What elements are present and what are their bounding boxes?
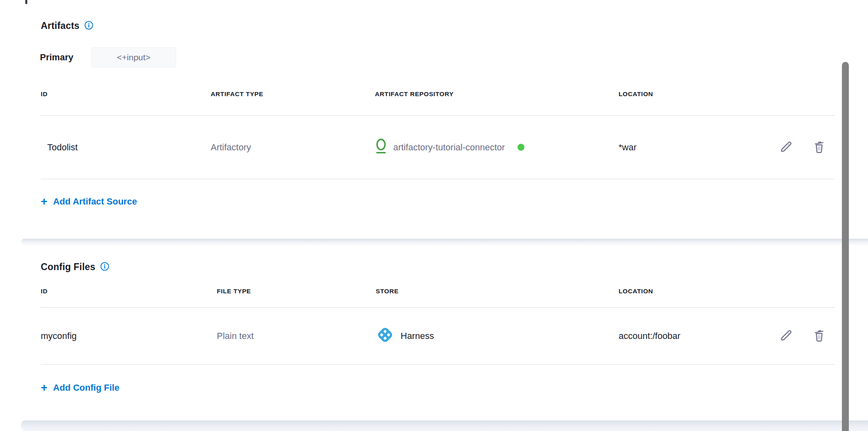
- delete-artifact-button[interactable]: [812, 139, 826, 155]
- artifact-location: *war: [619, 142, 753, 153]
- artifact-id: Todolist: [41, 142, 211, 153]
- column-header-id: ID: [41, 288, 217, 295]
- config-file-store-name: Harness: [401, 331, 434, 341]
- harness-logo-icon: [376, 325, 394, 347]
- add-config-file-button[interactable]: + Add Config File: [41, 383, 119, 393]
- column-header-location: LOCATION: [619, 90, 753, 98]
- column-header-file-type: FILE TYPE: [217, 288, 376, 295]
- info-icon: [84, 21, 93, 31]
- add-config-file-label: Add Config File: [53, 383, 119, 393]
- config-file-id: myconfig: [41, 331, 217, 341]
- artifacts-table: ID ARTIFACT TYPE ARTIFACT REPOSITORY LOC…: [41, 85, 835, 207]
- config-file-store-cell: Harness: [376, 325, 619, 347]
- info-icon: [100, 262, 109, 272]
- pencil-icon: [778, 139, 793, 155]
- trash-icon: [812, 328, 826, 344]
- config-files-info-button[interactable]: [100, 262, 109, 272]
- artifacts-section-title: Artifacts: [41, 20, 79, 31]
- card-bottom-shadow: [21, 420, 868, 431]
- column-header-location: LOCATION: [619, 288, 753, 295]
- artifacts-info-button[interactable]: [84, 21, 93, 31]
- config-file-row: myconfig Plain text Harness account:/foo…: [41, 308, 835, 365]
- edit-config-file-button[interactable]: [778, 328, 793, 344]
- column-header-artifact-type: ARTIFACT TYPE: [211, 90, 375, 98]
- config-file-location: account:/foobar: [619, 331, 753, 341]
- vertical-scrollbar-thumb[interactable]: [842, 62, 849, 431]
- section-divider: [21, 239, 868, 245]
- artifact-repository-name: artifactory-tutorial-connector: [393, 142, 505, 153]
- column-header-store: STORE: [376, 288, 619, 295]
- top-edge-tick: [25, 0, 27, 4]
- config-file-type: Plain text: [217, 331, 376, 341]
- config-table-header: ID FILE TYPE STORE LOCATION: [41, 284, 835, 308]
- trash-icon: [812, 139, 826, 155]
- artifact-row-actions: [753, 139, 835, 155]
- primary-artifact-input-value: <+input>: [117, 53, 150, 62]
- artifact-type: Artifactory: [211, 142, 375, 153]
- primary-artifact-input[interactable]: <+input>: [91, 47, 176, 68]
- column-header-artifact-repository: ARTIFACT REPOSITORY: [375, 90, 619, 98]
- pencil-icon: [778, 328, 793, 344]
- artifacts-section: Artifacts: [41, 20, 93, 31]
- config-files-title-row: Config Files: [41, 262, 109, 273]
- artifact-repository-cell: artifactory-tutorial-connector: [375, 138, 619, 157]
- add-artifact-source-label: Add Artifact Source: [53, 196, 137, 207]
- artifact-source-row: Todolist Artifactory artifactory-tutoria…: [41, 116, 835, 179]
- column-header-id: ID: [41, 90, 211, 98]
- plus-icon: +: [41, 197, 47, 206]
- artifactory-connector-icon: [375, 138, 387, 157]
- config-files-section-title: Config Files: [41, 262, 95, 273]
- primary-artifact-row: Primary <+input>: [40, 47, 176, 68]
- config-files-table: ID FILE TYPE STORE LOCATION myconfig Pla…: [41, 284, 835, 393]
- connector-status-dot: [518, 144, 524, 151]
- artifacts-title-row: Artifacts: [41, 20, 93, 31]
- artifacts-table-header: ID ARTIFACT TYPE ARTIFACT REPOSITORY LOC…: [41, 85, 835, 116]
- plus-icon: +: [41, 383, 47, 392]
- delete-config-file-button[interactable]: [812, 328, 826, 344]
- config-row-actions: [753, 328, 835, 344]
- config-files-section: Config Files: [41, 262, 109, 273]
- primary-artifact-label: Primary: [40, 52, 73, 63]
- edit-artifact-button[interactable]: [778, 139, 793, 155]
- add-artifact-source-button[interactable]: + Add Artifact Source: [41, 196, 137, 207]
